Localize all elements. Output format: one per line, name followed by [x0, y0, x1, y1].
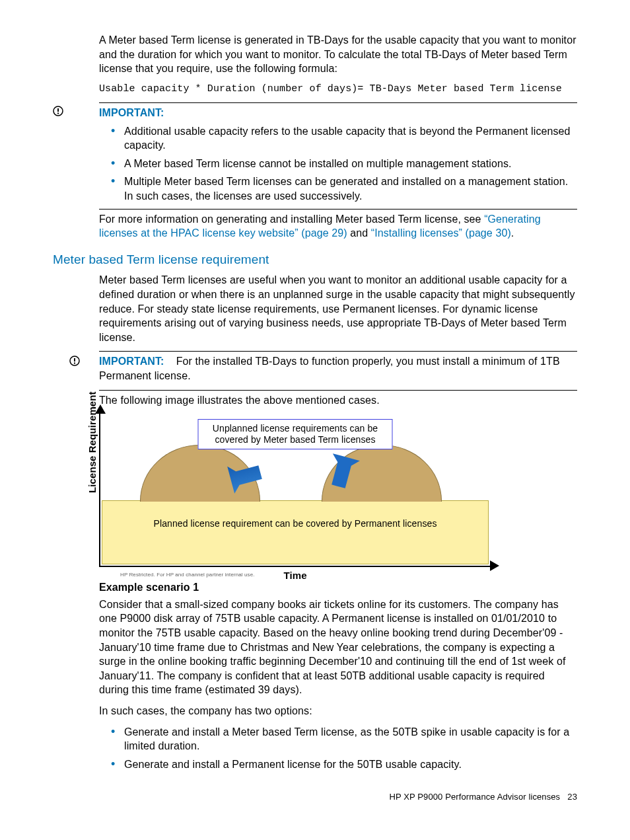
formula-code: Usable capacity * Duration (number of da… — [99, 83, 577, 96]
svg-rect-5 — [74, 363, 75, 364]
important-2: IMPORTANT: For the installed TB-Days to … — [99, 354, 577, 383]
arrow-to-bump-1 — [226, 452, 272, 498]
more-info-paragraph: For more information on generating and i… — [99, 212, 577, 241]
section-title: Meter based Term license requirement — [53, 251, 577, 268]
svg-rect-2 — [57, 113, 59, 114]
planned-text: Planned license requirement can be cover… — [102, 501, 488, 529]
example-p2: In such cases, the company has two optio… — [99, 704, 577, 718]
important-icon — [69, 356, 80, 370]
example-option: Generate and install a Meter based Term … — [124, 725, 577, 753]
important-icon — [53, 106, 63, 120]
svg-rect-1 — [57, 108, 59, 112]
figure-footnote: HP Restricted. For HP and channel partne… — [120, 572, 255, 579]
important-1-item: Additional usable capacity refers to the… — [124, 124, 577, 153]
example-option: Generate and install a Permanent license… — [124, 757, 577, 772]
svg-rect-4 — [74, 358, 75, 362]
example-heading: Example scenario 1 — [99, 580, 577, 595]
callout-unplanned: Unplanned license requirements can be co… — [198, 419, 393, 449]
example-p1: Consider that a small-sized company book… — [99, 597, 577, 697]
svg-marker-7 — [318, 452, 365, 493]
arrow-to-bump-2 — [318, 452, 365, 498]
y-axis-label: License Requirement — [86, 392, 99, 494]
section-paragraph: Meter based Term licenses are useful whe… — [99, 273, 577, 344]
important-label-2: IMPORTANT: — [99, 356, 164, 367]
svg-marker-6 — [226, 452, 267, 498]
license-requirement-figure: License Requirement Time Unplanned licen… — [99, 414, 490, 567]
figure-intro: The following image illustrates the abov… — [99, 393, 577, 408]
link-installing-licenses[interactable]: “Installing licenses” (page 30) — [371, 227, 511, 239]
x-axis-label: Time — [283, 569, 306, 582]
planned-area: Planned license requirement can be cover… — [102, 500, 489, 564]
intro-paragraph: A Meter based Term license is generated … — [99, 33, 577, 76]
page-footer: HP XP P9000 Performance Advisor licenses… — [53, 791, 577, 803]
important-label-1: IMPORTANT: — [99, 106, 577, 120]
important-1-item: Multiple Meter based Term licenses can b… — [124, 174, 577, 203]
important-1-item: A Meter based Term license cannot be ins… — [124, 157, 577, 171]
